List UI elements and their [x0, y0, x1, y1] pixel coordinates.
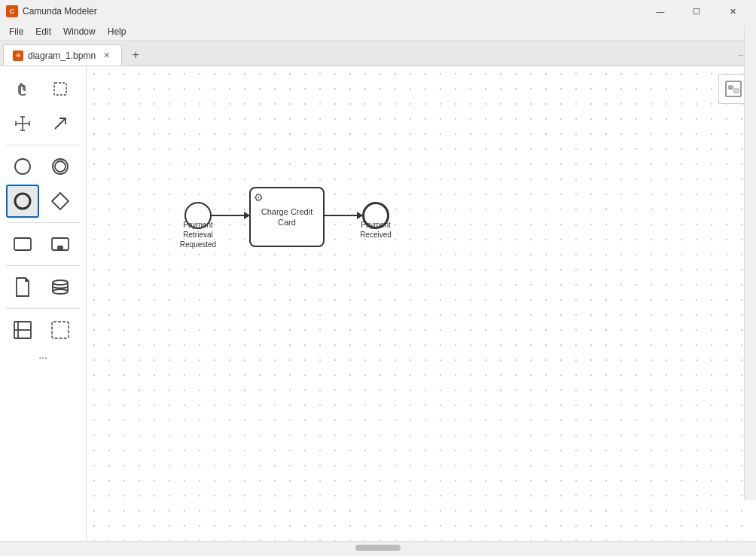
sequence-flow-1 — [212, 215, 249, 216]
vertical-scrollbar[interactable] — [744, 26, 756, 500]
diagram-canvas[interactable]: PaymentRetrievalRequested ⚙ Charge Credi… — [87, 66, 756, 541]
close-button[interactable]: ✕ — [715, 0, 750, 23]
menu-window[interactable]: Window — [57, 25, 102, 38]
subprocess-button[interactable] — [44, 228, 77, 261]
svg-rect-29 — [734, 89, 739, 93]
app-icon: C — [6, 5, 18, 17]
data-store-button[interactable] — [44, 270, 77, 304]
toolbar-divider-3 — [6, 265, 80, 266]
more-tools-label[interactable]: ··· — [38, 351, 47, 363]
hand-tool-button[interactable] — [6, 72, 39, 105]
maximize-button[interactable]: ☐ — [679, 0, 714, 23]
add-tab-button[interactable]: + — [125, 44, 146, 66]
svg-rect-14 — [14, 238, 31, 250]
space-tool-button[interactable] — [6, 107, 39, 140]
svg-line-8 — [55, 118, 66, 129]
menu-file[interactable]: File — [3, 25, 29, 38]
svg-marker-13 — [52, 193, 69, 209]
menu-bar: File Edit Window Help — [0, 23, 756, 41]
pool-button[interactable] — [6, 313, 39, 347]
toolbar-divider-1 — [6, 145, 80, 145]
scroll-thumb[interactable] — [355, 545, 401, 551]
gateway-button[interactable] — [44, 185, 77, 218]
end-event-label: PaymentReceived — [349, 220, 403, 240]
tab-close-button[interactable]: ✕ — [100, 50, 112, 62]
svg-point-12 — [15, 194, 30, 209]
group-button[interactable] — [44, 313, 77, 347]
menu-help[interactable]: Help — [102, 25, 133, 38]
minimize-button[interactable]: — — [643, 0, 678, 23]
svg-rect-26 — [52, 322, 69, 338]
tab-label: diagram_1.bpmn — [28, 50, 96, 61]
tab-diagram[interactable]: ⊕ diagram_1.bpmn ✕ — [3, 44, 122, 66]
tab-bar: ⊕ diagram_1.bpmn ✕ + ··· — [0, 41, 756, 66]
service-task-shape[interactable]: ⚙ Charge CreditCard — [249, 187, 325, 247]
connect-tool-button[interactable] — [44, 107, 77, 140]
main-area: ··· PaymentRetrievalRequested ⚙ Charge C… — [0, 66, 756, 541]
task-label: Charge CreditCard — [261, 206, 312, 228]
toolbar-divider-4 — [6, 308, 80, 309]
svg-point-9 — [15, 159, 30, 174]
tab-file-icon: ⊕ — [13, 50, 23, 61]
toolbar-divider-2 — [6, 222, 80, 223]
svg-rect-28 — [729, 86, 733, 89]
horizontal-scrollbar[interactable] — [0, 541, 756, 553]
start-event-button[interactable] — [6, 150, 39, 183]
sequence-flow-2 — [325, 215, 362, 216]
svg-point-19 — [53, 280, 68, 285]
end-event-button[interactable] — [6, 185, 39, 218]
svg-point-11 — [55, 161, 66, 172]
intermediate-event-button[interactable] — [44, 150, 77, 183]
window-controls: — ☐ ✕ — [643, 0, 750, 23]
start-event-label: PaymentRetrievalRequested — [171, 220, 225, 249]
task-button[interactable] — [6, 228, 39, 261]
title-bar: C Camunda Modeler — ☐ ✕ — [0, 0, 756, 23]
gear-icon: ⚙ — [254, 191, 264, 203]
toolbar: ··· — [0, 66, 87, 541]
data-object-button[interactable] — [6, 270, 39, 304]
svg-point-22 — [53, 289, 68, 294]
more-tools-area[interactable]: ··· — [6, 348, 80, 366]
marquee-select-button[interactable] — [44, 72, 77, 105]
menu-edit[interactable]: Edit — [29, 25, 57, 38]
app-title: Camunda Modeler — [23, 6, 643, 17]
